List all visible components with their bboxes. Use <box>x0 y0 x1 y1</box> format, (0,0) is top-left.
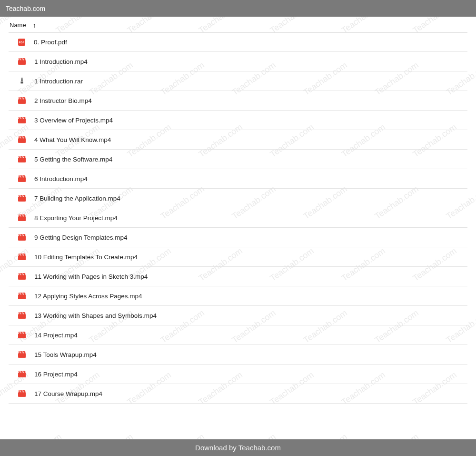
svg-rect-11 <box>18 216 26 221</box>
video-icon <box>18 214 26 222</box>
svg-rect-5 <box>18 99 26 103</box>
file-row[interactable]: 17 Course Wrapup.mp4 <box>9 384 467 404</box>
file-name: 10 Editing Templates To Create.mp4 <box>34 253 138 261</box>
video-icon <box>18 370 26 378</box>
file-name: 8 Exporting Your Project.mp4 <box>34 214 118 222</box>
file-name: 16 Project.mp4 <box>34 371 78 378</box>
site-title: Teachab.com <box>6 5 45 12</box>
file-name: 14 Project.mp4 <box>34 332 78 339</box>
file-name: 9 Getting Design Templates.mp4 <box>34 234 128 241</box>
video-icon <box>18 194 26 202</box>
svg-rect-17 <box>18 334 26 338</box>
svg-rect-10 <box>18 197 26 201</box>
sort-ascending-icon[interactable]: ↑ <box>33 22 36 29</box>
file-name: 15 Tools Wrapup.mp4 <box>34 351 97 358</box>
svg-rect-3 <box>21 80 23 81</box>
content-area: Teachab.comTeachab.comTeachab.comTeachab… <box>0 17 476 439</box>
video-icon <box>18 331 26 339</box>
video-icon <box>18 312 26 319</box>
svg-rect-8 <box>18 158 26 162</box>
file-row[interactable]: 12 Applying Styles Across Pages.mp4 <box>9 286 467 306</box>
file-name: 13 Working with Shapes and Symbols.mp4 <box>34 312 157 319</box>
file-name: 7 Building the Application.mp4 <box>34 195 120 202</box>
svg-rect-16 <box>18 314 26 318</box>
footer: Download by Teachab.com <box>0 439 476 456</box>
file-name: 0. Proof.pdf <box>34 39 67 46</box>
file-listing: Name ↑ PDF0. Proof.pdf1 Introduction.mp4… <box>0 17 476 404</box>
svg-rect-1 <box>21 78 23 79</box>
file-row[interactable]: 3 Overview of Projects.mp4 <box>9 111 467 130</box>
file-name: 1 Introduction.rar <box>34 78 83 85</box>
archive-icon <box>18 77 26 85</box>
video-icon <box>18 253 26 261</box>
svg-rect-12 <box>18 236 26 240</box>
svg-rect-19 <box>18 373 26 377</box>
svg-rect-6 <box>18 119 26 123</box>
file-name: 11 Working with Pages in Sketch 3.mp4 <box>34 273 148 280</box>
file-row[interactable]: 8 Exporting Your Project.mp4 <box>9 208 467 228</box>
topbar: Teachab.com <box>0 0 476 17</box>
video-icon <box>18 136 26 143</box>
video-icon <box>18 292 26 300</box>
file-row[interactable]: 1 Introduction.rar <box>9 71 467 91</box>
file-row[interactable]: 2 Instructor Bio.mp4 <box>9 91 467 111</box>
video-icon <box>18 97 26 104</box>
svg-rect-9 <box>18 177 26 182</box>
video-icon <box>18 390 26 397</box>
video-icon <box>18 175 26 182</box>
file-name: 3 Overview of Projects.mp4 <box>34 117 113 124</box>
video-icon <box>18 58 26 65</box>
file-row[interactable]: 10 Editing Templates To Create.mp4 <box>9 247 467 267</box>
video-icon <box>18 116 26 124</box>
svg-rect-18 <box>18 353 26 357</box>
column-header-row[interactable]: Name ↑ <box>9 17 467 33</box>
svg-rect-20 <box>18 392 26 396</box>
file-row[interactable]: 7 Building the Application.mp4 <box>9 189 467 208</box>
file-name: 2 Instructor Bio.mp4 <box>34 97 92 104</box>
file-row[interactable]: 6 Introduction.mp4 <box>9 169 467 189</box>
file-row[interactable]: 1 Introduction.mp4 <box>9 52 467 71</box>
column-header-name[interactable]: Name <box>10 21 26 29</box>
file-row[interactable]: 5 Getting the Software.mp4 <box>9 150 467 169</box>
file-name: 5 Getting the Software.mp4 <box>34 156 112 163</box>
file-name: 17 Course Wrapup.mp4 <box>34 390 102 397</box>
svg-rect-0 <box>18 60 26 64</box>
video-icon <box>18 273 26 280</box>
svg-rect-14 <box>18 275 26 279</box>
file-row[interactable]: 15 Tools Wrapup.mp4 <box>9 345 467 365</box>
file-name: 12 Applying Styles Across Pages.mp4 <box>34 293 142 300</box>
video-icon <box>18 233 26 241</box>
svg-rect-15 <box>18 294 26 299</box>
video-icon <box>18 351 26 358</box>
svg-rect-7 <box>18 138 26 142</box>
footer-text: Download by Teachab.com <box>195 444 281 452</box>
file-row[interactable]: 4 What You Will Know.mp4 <box>9 130 467 150</box>
file-name: 6 Introduction.mp4 <box>34 175 88 182</box>
svg-rect-2 <box>21 79 23 80</box>
file-row[interactable]: 9 Getting Design Templates.mp4 <box>9 228 467 247</box>
file-name: 4 What You Will Know.mp4 <box>34 136 111 143</box>
video-icon <box>18 155 26 163</box>
svg-rect-13 <box>18 255 26 260</box>
file-row[interactable]: 14 Project.mp4 <box>9 325 467 345</box>
file-name: 1 Introduction.mp4 <box>34 58 88 65</box>
file-row[interactable]: 16 Project.mp4 <box>9 365 467 384</box>
file-row[interactable]: 13 Working with Shapes and Symbols.mp4 <box>9 306 467 325</box>
file-row[interactable]: PDF0. Proof.pdf <box>9 33 467 52</box>
pdf-icon: PDF <box>18 39 25 46</box>
svg-rect-4 <box>20 81 23 83</box>
file-row[interactable]: 11 Working with Pages in Sketch 3.mp4 <box>9 267 467 286</box>
